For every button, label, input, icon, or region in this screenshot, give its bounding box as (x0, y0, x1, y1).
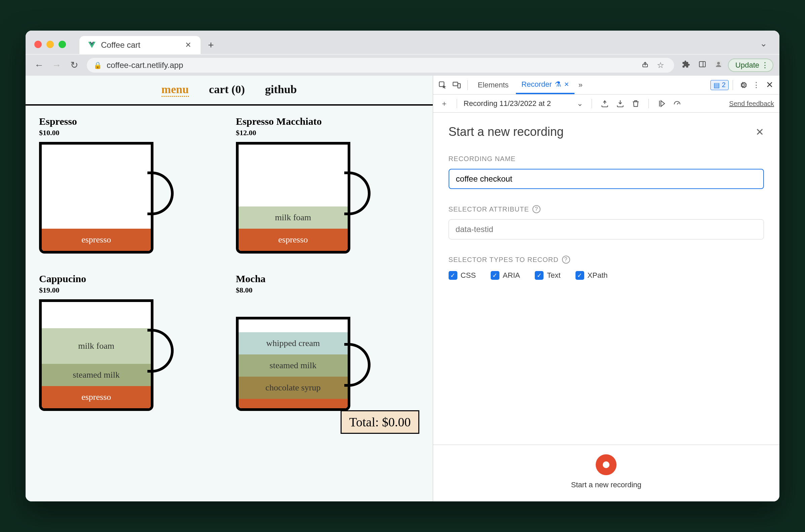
extensions-icon[interactable] (679, 60, 693, 70)
export-icon[interactable] (599, 97, 611, 110)
svg-point-6 (717, 62, 720, 64)
product-price: $10.00 (39, 129, 222, 137)
layer-steamed-milk: steamed milk (239, 355, 348, 377)
delete-icon[interactable] (630, 97, 642, 110)
tab-recorder[interactable]: Recorder ⚗ ✕ (516, 76, 574, 94)
issues-badge[interactable]: ▤ 2 (710, 80, 729, 90)
layer-chocolate-syrup: chocolate syrup (239, 377, 348, 399)
cup-icon: whipped cream steamed milk chocolate syr… (236, 299, 370, 420)
device-toggle-icon[interactable] (451, 79, 463, 91)
import-icon[interactable] (614, 97, 626, 110)
product-price: $19.00 (39, 286, 222, 294)
inspect-icon[interactable] (437, 79, 449, 91)
product-cappucino[interactable]: Cappucino $19.00 milk foam steamed milk … (39, 273, 222, 420)
close-tab-button[interactable]: ✕ (184, 39, 193, 51)
product-grid: Espresso $10.00 espresso Espresso Macchi… (25, 106, 433, 431)
selector-types-label: SELECTOR TYPES TO RECORD ? (449, 255, 764, 264)
start-recording-button[interactable] (596, 454, 617, 475)
help-icon[interactable]: ? (532, 205, 541, 213)
new-recording-icon[interactable]: ＋ (439, 98, 450, 109)
separator (648, 99, 649, 108)
tabs-dropdown-icon[interactable]: ⌄ (753, 38, 774, 49)
performance-icon[interactable] (671, 97, 683, 110)
selector-attr-label: SELECTOR ATTRIBUTE ? (449, 205, 764, 213)
update-button-label: Update (735, 61, 759, 70)
tab-elements[interactable]: Elements (473, 76, 514, 94)
layer-whipped-cream: whipped cream (239, 332, 348, 355)
app-nav: menu cart (0) github (25, 76, 433, 99)
cup-handle (344, 171, 370, 215)
maximize-window-button[interactable] (58, 41, 66, 48)
tab-title: Coffee cart (101, 40, 179, 50)
help-icon[interactable]: ? (562, 255, 570, 264)
close-window-button[interactable] (34, 41, 42, 48)
nav-github[interactable]: github (265, 83, 297, 97)
cup-handle (147, 329, 173, 373)
minimize-window-button[interactable] (47, 41, 54, 48)
share-icon[interactable] (638, 60, 652, 70)
checkbox-icon: ✓ (449, 271, 457, 280)
reload-button[interactable]: ↻ (67, 59, 81, 71)
check-aria[interactable]: ✓ARIA (491, 271, 520, 280)
separator (592, 99, 592, 108)
start-recording-label: Start a new recording (571, 480, 641, 489)
play-icon[interactable] (656, 97, 668, 110)
close-devtools-button[interactable]: ✕ (763, 80, 776, 90)
send-feedback-link[interactable]: Send feedback (729, 100, 774, 107)
kebab-menu-icon[interactable]: ⋮ (750, 81, 762, 90)
devtools-tabstrip: Elements Recorder ⚗ ✕ » ▤ 2 ⋮ ✕ (433, 76, 780, 95)
back-button[interactable]: ← (32, 60, 47, 71)
nav-cart[interactable]: cart (0) (209, 83, 245, 97)
product-price: $12.00 (236, 129, 419, 137)
checkbox-icon: ✓ (535, 271, 544, 280)
browser-tab[interactable]: Coffee cart ✕ (79, 36, 201, 54)
forward-button: → (49, 60, 64, 71)
titlebar: Coffee cart ✕ + ⌄ (25, 31, 780, 54)
settings-icon[interactable] (737, 79, 749, 91)
webpage: menu cart (0) github Espresso $10.00 esp… (25, 76, 433, 501)
checkbox-icon: ✓ (491, 271, 499, 280)
cup-icon: milk foam espresso (236, 142, 370, 263)
check-css[interactable]: ✓CSS (449, 271, 476, 280)
favicon-vue-icon (88, 41, 96, 50)
recorder-footer: Start a new recording (433, 444, 780, 501)
lock-icon: 🔒 (94, 61, 102, 69)
omnibox[interactable]: 🔒 coffee-cart.netlify.app ☆ (87, 58, 674, 73)
issues-count: 2 (722, 81, 726, 89)
cup-handle (344, 343, 370, 387)
nav-menu[interactable]: menu (162, 83, 189, 97)
devtools-panel: Elements Recorder ⚗ ✕ » ▤ 2 ⋮ ✕ (433, 76, 780, 501)
checkbox-icon: ✓ (575, 271, 584, 280)
product-name: Mocha (236, 273, 419, 285)
layer-espresso: espresso (42, 229, 151, 251)
recording-name-label: RECORDING NAME (449, 155, 764, 163)
selector-attr-input[interactable] (449, 219, 764, 240)
recorder-toolbar: ＋ Recording 11/23/2022 at 2 ⌄ Send feedb… (433, 95, 780, 113)
check-text[interactable]: ✓Text (535, 271, 560, 280)
sidepanel-icon[interactable] (696, 60, 709, 70)
update-button[interactable]: Update ⋮ (728, 58, 773, 72)
more-tabs-icon[interactable]: » (577, 81, 585, 90)
content-area: menu cart (0) github Espresso $10.00 esp… (25, 76, 780, 501)
svg-rect-8 (453, 82, 458, 86)
profile-icon[interactable] (712, 60, 725, 70)
star-icon[interactable]: ☆ (654, 60, 667, 70)
cart-total-badge[interactable]: Total: $0.00 (341, 410, 419, 434)
product-macchiato[interactable]: Espresso Macchiato $12.00 milk foam espr… (236, 116, 419, 263)
selector-types-checks: ✓CSS ✓ARIA ✓Text ✓XPath (449, 271, 764, 280)
close-panel-button[interactable]: ✕ (755, 126, 764, 138)
product-name: Cappucino (39, 273, 222, 285)
product-mocha[interactable]: Mocha $8.00 whipped cream steamed milk c… (236, 273, 419, 420)
recording-name-input[interactable] (449, 169, 764, 189)
close-tab-icon[interactable]: ✕ (564, 81, 569, 88)
layer-espresso: espresso (239, 229, 348, 251)
check-xpath[interactable]: ✓XPath (575, 271, 608, 280)
product-espresso[interactable]: Espresso $10.00 espresso (39, 116, 222, 263)
new-tab-button[interactable]: + (201, 39, 221, 54)
product-name: Espresso (39, 116, 222, 127)
layer-espresso: espresso (42, 386, 151, 408)
dropdown-chevron-icon[interactable]: ⌄ (575, 99, 585, 108)
cup-icon: milk foam steamed milk espresso (39, 299, 173, 420)
chat-icon: ▤ (713, 81, 720, 89)
layer-foam: milk foam (239, 207, 348, 229)
